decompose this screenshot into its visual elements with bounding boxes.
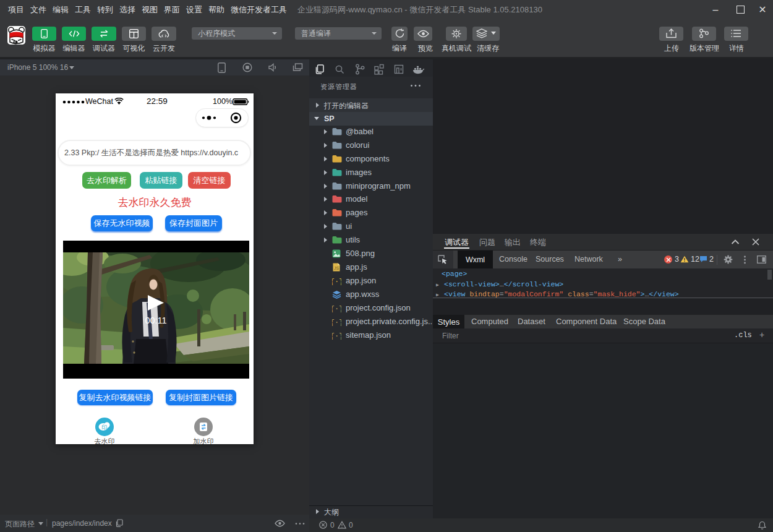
svg-text:JS: JS [334,266,340,270]
svg-text:{·}: {·} [332,332,341,340]
svg-text:{·}: {·} [332,319,341,327]
svg-text:印: 印 [102,424,108,431]
svg-text:{·}: {·} [332,305,341,313]
svg-text:{·}: {·} [332,278,341,286]
svg-text:00:11: 00:11 [145,315,166,325]
